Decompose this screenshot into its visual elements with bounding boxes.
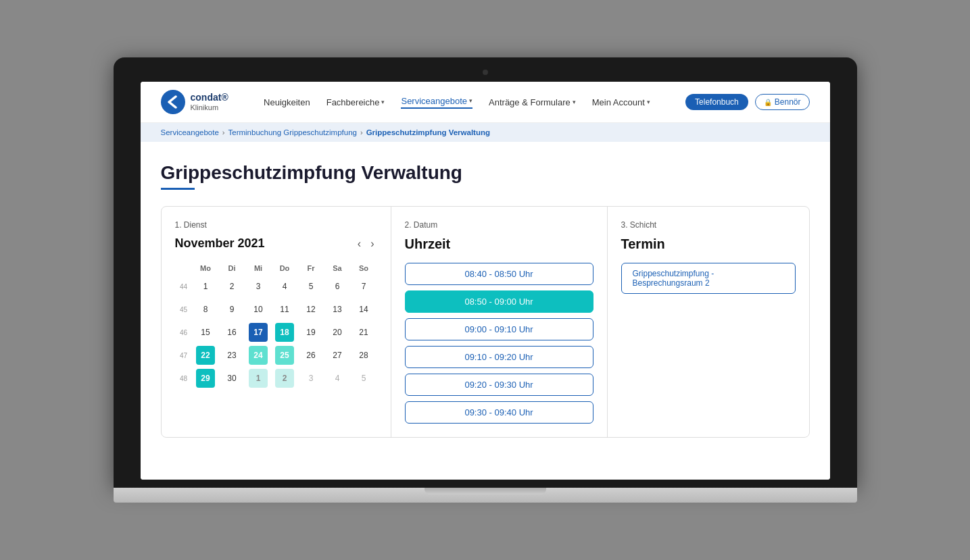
- day-cell-30[interactable]: 30: [222, 369, 241, 388]
- prev-month-button[interactable]: ‹: [355, 238, 364, 250]
- step-datum-panel: 2. Datum Uhrzeit 08:40 - 08:50 Uhr08:50 …: [391, 207, 608, 437]
- day-cell-7[interactable]: 7: [354, 277, 373, 296]
- account-chevron: ▾: [647, 99, 650, 105]
- breadcrumb-item-1[interactable]: Serviceangebote: [161, 128, 219, 136]
- day-header-do: Do: [272, 261, 298, 275]
- day-cell-13[interactable]: 13: [328, 300, 347, 319]
- step-schicht-panel: 3. Schicht Termin Grippeschutzimpfung - …: [608, 207, 809, 437]
- day-cell-23[interactable]: 23: [222, 346, 241, 365]
- logo-sub: Klinikum: [191, 103, 228, 111]
- day-cell-8[interactable]: 8: [196, 300, 215, 319]
- nav-mein-account[interactable]: Mein Account ▾: [592, 97, 650, 107]
- day-cell-11[interactable]: 11: [275, 300, 294, 319]
- calendar-month: November 2021: [175, 236, 265, 251]
- screen-bezel: condat® Klinikum Neuigkeiten Fachbereich…: [114, 57, 857, 488]
- day-cell-14[interactable]: 14: [354, 300, 373, 319]
- booking-card: 1. Dienst November 2021 ‹ ›: [161, 206, 810, 438]
- day-header-mi: Mi: [245, 261, 272, 275]
- termin-title: Termin: [621, 236, 796, 252]
- breadcrumb-current: Grippeschutzimpfung Verwaltung: [366, 128, 490, 136]
- day-cell-21[interactable]: 21: [354, 323, 373, 342]
- day-header-mo: Mo: [193, 261, 219, 275]
- laptop-base: [114, 488, 857, 503]
- day-cell-27[interactable]: 27: [328, 346, 347, 365]
- title-underline: [161, 188, 195, 190]
- time-slot-1[interactable]: 08:50 - 09:00 Uhr: [405, 290, 593, 313]
- telefonbuch-button[interactable]: Telefonbuch: [685, 94, 748, 110]
- day-cell-18[interactable]: 18: [275, 323, 294, 342]
- day-cell-3[interactable]: 3: [249, 277, 268, 296]
- time-slot-5[interactable]: 09:30 - 09:40 Uhr: [405, 401, 593, 424]
- day-cell-28[interactable]: 28: [354, 346, 373, 365]
- day-cell-4[interactable]: 4: [328, 369, 347, 388]
- page-title: Grippeschutzimpfung Verwaltung: [161, 162, 810, 184]
- step1-label: 1. Dienst: [175, 220, 377, 230]
- day-cell-12[interactable]: 12: [301, 300, 320, 319]
- day-cell-4[interactable]: 4: [275, 277, 294, 296]
- svg-point-0: [161, 90, 185, 114]
- breadcrumb-sep-1: ›: [222, 128, 225, 136]
- breadcrumb: Serviceangebote › Terminbuchung Grippesc…: [141, 123, 830, 142]
- bennor-button[interactable]: 🔒 Bennör: [755, 94, 810, 110]
- calendar-grid: Mo Di Mi Do Fr Sa So 4412345674: [175, 261, 377, 390]
- step-dienst-panel: 1. Dienst November 2021 ‹ ›: [162, 207, 391, 437]
- day-cell-26[interactable]: 26: [301, 346, 320, 365]
- day-cell-2[interactable]: 2: [222, 277, 241, 296]
- calendar-nav: ‹ ›: [355, 238, 377, 250]
- week-num: 48: [175, 367, 193, 390]
- breadcrumb-sep-2: ›: [360, 128, 363, 136]
- day-cell-1[interactable]: 1: [196, 277, 215, 296]
- day-cell-5[interactable]: 5: [301, 277, 320, 296]
- main-nav: Neuigkeiten Fachbereiche ▾ Serviceangebo…: [228, 96, 685, 109]
- step2-label: 2. Datum: [405, 220, 593, 230]
- time-slot-2[interactable]: 09:00 - 09:10 Uhr: [405, 318, 593, 340]
- day-cell-19[interactable]: 19: [301, 323, 320, 342]
- day-cell-25[interactable]: 25: [275, 346, 294, 365]
- day-cell-6[interactable]: 6: [328, 277, 347, 296]
- nav-neuigkeiten[interactable]: Neuigkeiten: [264, 97, 310, 107]
- day-header-di: Di: [219, 261, 245, 275]
- breadcrumb-item-2[interactable]: Terminbuchung Grippeschutzimpfung: [228, 128, 357, 136]
- day-cell-17[interactable]: 17: [249, 323, 268, 342]
- logo-brand: condat®: [191, 93, 228, 103]
- day-header-so: So: [351, 261, 377, 275]
- laptop-camera: [483, 70, 488, 75]
- day-cell-15[interactable]: 15: [196, 323, 215, 342]
- logo-text: condat® Klinikum: [191, 93, 228, 111]
- day-header-sa: Sa: [324, 261, 351, 275]
- day-cell-20[interactable]: 20: [328, 323, 347, 342]
- nav-serviceangebote[interactable]: Serviceangebote ▾: [401, 96, 472, 109]
- day-cell-5[interactable]: 5: [354, 369, 373, 388]
- day-cell-22[interactable]: 22: [196, 346, 215, 365]
- logo-icon: [161, 90, 185, 114]
- day-cell-24[interactable]: 24: [249, 346, 268, 365]
- day-cell-2[interactable]: 2: [275, 369, 294, 388]
- page-content: Grippeschutzimpfung Verwaltung 1. Dienst…: [141, 142, 830, 480]
- laptop-screen: condat® Klinikum Neuigkeiten Fachbereich…: [141, 82, 830, 480]
- laptop-frame: condat® Klinikum Neuigkeiten Fachbereich…: [114, 57, 857, 503]
- uhrzeit-title: Uhrzeit: [405, 236, 593, 252]
- calendar-header: November 2021 ‹ ›: [175, 236, 377, 251]
- nav-antraege[interactable]: Anträge & Formulare ▾: [489, 97, 576, 107]
- time-slot-3[interactable]: 09:10 - 09:20 Uhr: [405, 346, 593, 368]
- nav-fachbereiche[interactable]: Fachbereiche ▾: [326, 97, 385, 107]
- week-num-header: [175, 261, 193, 275]
- logo-area: condat® Klinikum: [161, 90, 228, 114]
- serviceangebote-chevron: ▾: [469, 97, 472, 104]
- lock-icon: 🔒: [764, 99, 772, 106]
- day-cell-1[interactable]: 1: [249, 369, 268, 388]
- day-cell-29[interactable]: 29: [196, 369, 215, 388]
- day-header-fr: Fr: [298, 261, 324, 275]
- termin-badge[interactable]: Grippeschutzimpfung - Besprechungsraum 2: [621, 263, 796, 294]
- day-cell-9[interactable]: 9: [222, 300, 241, 319]
- day-cell-16[interactable]: 16: [222, 323, 241, 342]
- day-cell-10[interactable]: 10: [249, 300, 268, 319]
- next-month-button[interactable]: ›: [368, 238, 377, 250]
- day-cell-3[interactable]: 3: [301, 369, 320, 388]
- time-slot-0[interactable]: 08:40 - 08:50 Uhr: [405, 263, 593, 285]
- time-slot-list: 08:40 - 08:50 Uhr08:50 - 09:00 Uhr09:00 …: [405, 263, 593, 424]
- antraege-chevron: ▾: [573, 99, 576, 105]
- time-slot-4[interactable]: 09:20 - 09:30 Uhr: [405, 374, 593, 396]
- week-num: 47: [175, 344, 193, 367]
- header-actions: Telefonbuch 🔒 Bennör: [685, 94, 809, 110]
